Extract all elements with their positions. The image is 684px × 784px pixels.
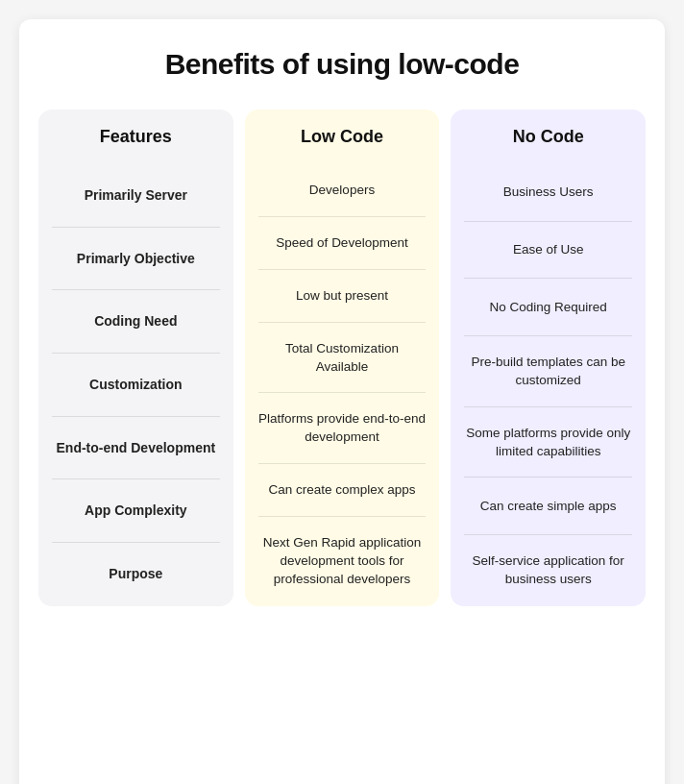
cell-features-4: End-to-end Development bbox=[38, 417, 233, 480]
cell-features-0: Primarily Server bbox=[38, 164, 233, 228]
col-nocode: No CodeBusiness UsersEase of UseNo Codin… bbox=[451, 110, 646, 606]
cell-lowcode-0: Developers bbox=[245, 164, 440, 217]
col-header-nocode: No Code bbox=[451, 110, 646, 164]
col-lowcode: Low CodeDevelopersSpeed of DevelopmentLo… bbox=[245, 110, 440, 606]
col-body-lowcode: DevelopersSpeed of DevelopmentLow but pr… bbox=[245, 164, 440, 606]
cell-lowcode-2: Low but present bbox=[245, 270, 440, 323]
cell-lowcode-4: Platforms provide end-to-end development bbox=[245, 393, 440, 464]
cell-lowcode-1: Speed of Development bbox=[245, 217, 440, 270]
cell-nocode-0: Business Users bbox=[451, 164, 646, 222]
cell-lowcode-5: Can create complex apps bbox=[245, 464, 440, 517]
comparison-table: FeaturesPrimarily ServerPrimarly Objecti… bbox=[38, 110, 646, 606]
col-body-features: Primarily ServerPrimarly ObjectiveCoding… bbox=[38, 164, 233, 606]
cell-features-5: App Complexity bbox=[38, 479, 233, 543]
cell-nocode-6: Self-service application for business us… bbox=[451, 535, 646, 606]
cell-nocode-5: Can create simple apps bbox=[451, 478, 646, 535]
cell-nocode-2: No Coding Required bbox=[451, 279, 646, 336]
col-features: FeaturesPrimarily ServerPrimarly Objecti… bbox=[38, 110, 233, 606]
col-header-lowcode: Low Code bbox=[245, 110, 440, 164]
cell-features-6: Purpose bbox=[38, 543, 233, 606]
page-title: Benefits of using low-code bbox=[38, 48, 646, 81]
cell-features-3: Customization bbox=[38, 354, 233, 417]
cell-nocode-1: Ease of Use bbox=[451, 222, 646, 280]
col-body-nocode: Business UsersEase of UseNo Coding Requi… bbox=[451, 164, 646, 606]
cell-nocode-4: Some platforms provide only limited capa… bbox=[451, 407, 646, 478]
page: Benefits of using low-code FeaturesPrima… bbox=[19, 19, 665, 784]
cell-features-1: Primarly Objective bbox=[38, 228, 233, 291]
cell-lowcode-6: Next Gen Rapid application development t… bbox=[245, 517, 440, 606]
cell-features-2: Coding Need bbox=[38, 290, 233, 354]
cell-lowcode-3: Total Customization Available bbox=[245, 323, 440, 394]
col-header-features: Features bbox=[38, 110, 233, 164]
cell-nocode-3: Pre-build templates can be customized bbox=[451, 336, 646, 407]
